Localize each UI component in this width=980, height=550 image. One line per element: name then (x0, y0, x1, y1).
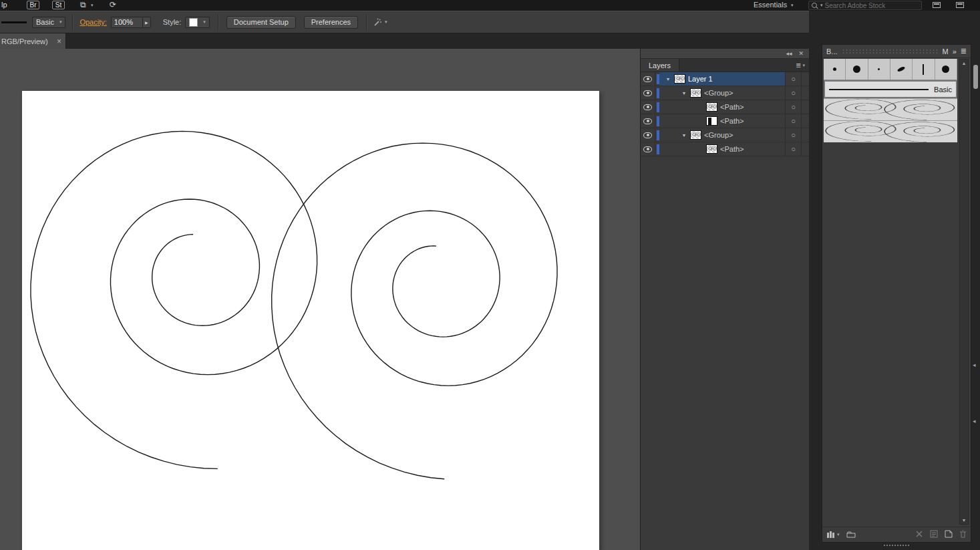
calligraphic-brush-item[interactable] (824, 59, 846, 80)
style-caret-icon: ▾ (203, 19, 206, 25)
calligraphic-brush-item[interactable] (846, 59, 868, 80)
brush-shape (942, 65, 949, 73)
brushes-panel: B... M » ≣ Basic ▲ ▼ ▾ (822, 44, 971, 543)
calligraphic-brush-item[interactable] (913, 59, 935, 80)
scroll-down-icon[interactable]: ▼ (962, 518, 967, 523)
visibility-toggle[interactable] (641, 72, 655, 86)
window-restore-icon[interactable] (933, 2, 941, 8)
spiral-path-1[interactable] (31, 131, 317, 468)
document-tab[interactable]: RGB/Preview) × (0, 33, 66, 49)
layer-name-area[interactable]: <Path> (659, 114, 785, 128)
close-panel-icon[interactable]: ✕ (798, 50, 804, 57)
dock-scrollbar-thumb[interactable] (973, 65, 978, 89)
layer-row[interactable]: <Path>○ (641, 114, 809, 128)
preferences-button[interactable]: Preferences (304, 16, 358, 29)
tab-layers[interactable]: Layers (641, 59, 679, 72)
calligraphic-brush-item[interactable] (890, 59, 913, 80)
selection-column (801, 114, 809, 128)
stroke-style-value: Basic (36, 18, 54, 26)
layer-row[interactable]: <Path>○ (641, 100, 809, 114)
document-tab-bar: RGB/Preview) × (0, 33, 809, 49)
rotate-view-icon[interactable]: ⟳ (110, 0, 116, 9)
canvas-area[interactable] (0, 49, 640, 550)
target-circle-icon[interactable]: ○ (785, 114, 801, 128)
disclosure-triangle-icon[interactable]: ▼ (681, 91, 687, 96)
brush-item-basic[interactable]: Basic (824, 80, 957, 98)
menu-fragment[interactable]: lp (1, 1, 7, 9)
target-circle-icon[interactable]: ○ (785, 100, 801, 114)
layer-thumbnail (674, 74, 685, 84)
basic-brush-stroke-preview (829, 89, 929, 90)
disclosure-triangle-icon[interactable]: ▼ (665, 77, 671, 82)
spiral-path-2[interactable] (272, 143, 557, 479)
bridge-button[interactable]: Br (27, 1, 39, 9)
visibility-toggle[interactable] (641, 86, 655, 100)
new-brush-icon[interactable] (945, 529, 953, 541)
target-circle-icon[interactable]: ○ (785, 142, 801, 156)
visibility-toggle[interactable] (641, 128, 655, 142)
select-similar-caret-icon[interactable]: ▾ (385, 19, 387, 25)
arrange-documents-caret-icon[interactable]: ▾ (91, 3, 94, 8)
layer-row[interactable]: ▼Layer 1○ (641, 72, 809, 86)
brushes-panel-toolbar: ▾ (822, 527, 971, 542)
art-brush-item-1[interactable] (824, 98, 957, 120)
brushes-scrollbar[interactable]: ▲ ▼ (959, 59, 969, 525)
artboard[interactable] (22, 91, 599, 550)
stroke-style-dropdown[interactable]: Basic ▾ (32, 17, 65, 28)
panel-resize-handle[interactable] (883, 544, 910, 547)
visibility-toggle[interactable] (641, 142, 655, 156)
layer-row[interactable]: <Path>○ (641, 142, 809, 156)
layer-name-area[interactable]: ▼<Group> (659, 86, 785, 100)
visibility-toggle[interactable] (641, 100, 655, 114)
stock-button[interactable]: St (52, 1, 65, 9)
divider (218, 15, 218, 29)
search-input[interactable] (825, 2, 919, 9)
brush-libraries-menu-icon[interactable]: ▾ (826, 531, 840, 539)
panel-expand-chevron-icon[interactable]: ◂ (973, 362, 976, 368)
select-similar-icon (373, 18, 382, 27)
collapse-panel-icon[interactable]: ◂◂ (786, 50, 792, 57)
arrange-documents-icon[interactable]: ⧉ (80, 0, 86, 9)
opacity-input[interactable] (111, 17, 143, 28)
brushes-panel-menu-icon[interactable]: ≣ (961, 47, 967, 55)
remove-brush-stroke-icon[interactable] (915, 529, 923, 541)
document-tab-title: RGB/Preview) (1, 37, 48, 45)
graphic-style-dropdown[interactable]: ▾ (185, 17, 210, 28)
calligraphic-brush-item[interactable] (935, 59, 957, 80)
art-brush-item-2[interactable] (824, 120, 957, 142)
panel-drag-texture[interactable] (842, 49, 939, 54)
visibility-toggle[interactable] (641, 114, 655, 128)
adobe-stock-search[interactable]: ▾ (808, 1, 922, 10)
expand-panel-icon[interactable]: » (953, 47, 957, 55)
layer-row[interactable]: ▼<Group>○ (641, 86, 809, 100)
libraries-panel-icon[interactable] (846, 529, 856, 541)
tab-brushes[interactable]: B... (826, 47, 838, 55)
target-circle-icon[interactable]: ○ (785, 72, 801, 86)
target-circle-icon[interactable]: ○ (785, 86, 801, 100)
calligraphic-brush-item[interactable] (868, 59, 890, 80)
panel-expand-chevron-icon[interactable]: ◂ (973, 418, 976, 424)
layers-panel-menu-icon[interactable]: ≣ ▾ (796, 61, 805, 69)
opacity-spinner-icon[interactable]: ▶ (143, 17, 151, 28)
document-close-icon[interactable]: × (57, 38, 61, 45)
layer-name-area[interactable]: <Path> (659, 142, 785, 156)
scroll-up-icon[interactable]: ▲ (962, 61, 967, 65)
select-similar-control[interactable]: ▾ (373, 18, 387, 27)
layer-name-area[interactable]: ▼Layer 1 (659, 72, 785, 86)
target-circle-icon[interactable]: ○ (785, 128, 801, 142)
brushes-list: Basic (824, 59, 957, 142)
search-caret-icon[interactable]: ▾ (820, 3, 823, 8)
document-setup-button[interactable]: Document Setup (226, 16, 296, 29)
disclosure-triangle-icon[interactable]: ▼ (681, 133, 687, 138)
layer-name-area[interactable]: <Path> (659, 100, 785, 114)
tab-fragment-m[interactable]: M (942, 47, 948, 55)
brush-options-icon[interactable] (930, 529, 938, 541)
layer-name-area[interactable]: ▼<Group> (659, 128, 785, 142)
layer-row[interactable]: ▼<Group>○ (641, 128, 809, 142)
window-arrange-icon[interactable] (956, 2, 964, 8)
workspace-switcher[interactable]: Essentials (754, 1, 787, 9)
style-label: Style: (163, 18, 182, 26)
delete-brush-icon[interactable] (959, 529, 967, 541)
opacity-link[interactable]: Opacity: (79, 18, 106, 26)
workspace-caret-icon[interactable]: ▾ (791, 3, 794, 8)
